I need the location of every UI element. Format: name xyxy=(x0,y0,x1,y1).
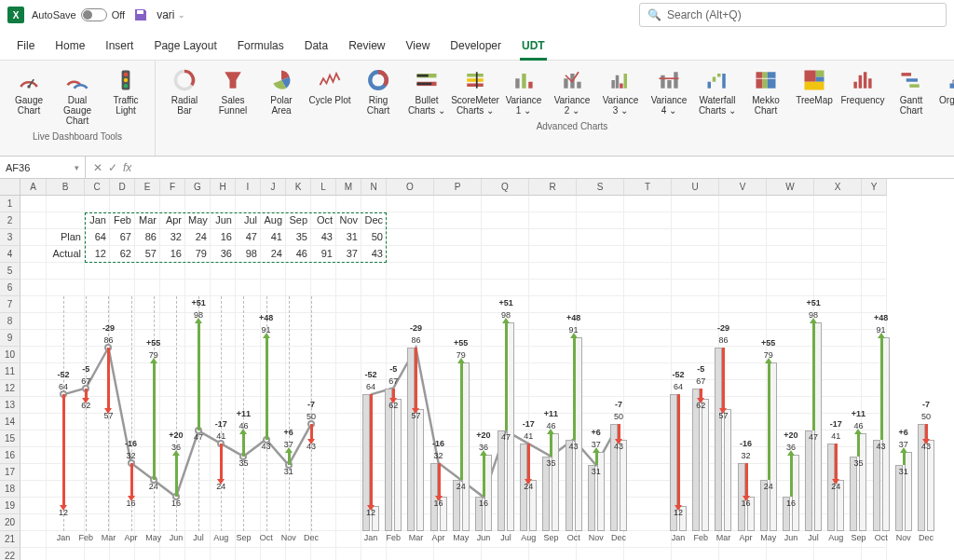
cell[interactable] xyxy=(387,229,434,246)
cell[interactable] xyxy=(767,246,814,263)
cell[interactable] xyxy=(185,263,211,280)
cell[interactable] xyxy=(577,212,624,229)
cell[interactable] xyxy=(529,212,577,229)
cell[interactable] xyxy=(311,196,336,212)
cell[interactable] xyxy=(434,229,482,246)
col-header-T[interactable]: T xyxy=(624,179,672,196)
variance-chart[interactable]: 6412-526762-58657-293216-167924+553616+2… xyxy=(345,293,634,553)
cell[interactable] xyxy=(529,229,577,246)
cell[interactable] xyxy=(261,263,286,280)
ribbon-variance-3[interactable]: Variance 3 ⌄ xyxy=(597,64,644,118)
cell[interactable] xyxy=(135,196,160,212)
cell[interactable]: Jul xyxy=(236,212,261,229)
cell[interactable]: Plan xyxy=(47,229,85,246)
cancel-icon[interactable]: ✕ xyxy=(93,161,102,174)
ribbon-ring-chart[interactable]: Ring Chart xyxy=(355,64,402,118)
cell[interactable] xyxy=(387,263,434,280)
row-header-4[interactable]: 4 xyxy=(0,246,20,263)
row-header-1[interactable]: 1 xyxy=(0,196,20,212)
cell[interactable] xyxy=(110,196,135,212)
cell[interactable] xyxy=(336,263,361,280)
cell[interactable] xyxy=(719,229,767,246)
cell[interactable] xyxy=(482,263,529,280)
row-header-9[interactable]: 9 xyxy=(0,330,20,347)
cell[interactable] xyxy=(286,263,311,280)
cell[interactable]: 31 xyxy=(336,229,361,246)
cell[interactable]: 50 xyxy=(361,229,387,246)
cell[interactable] xyxy=(624,263,672,280)
cell[interactable] xyxy=(387,246,434,263)
cell[interactable] xyxy=(814,229,862,246)
cell[interactable] xyxy=(577,196,624,212)
col-header-C[interactable]: C xyxy=(85,179,110,196)
cell[interactable]: 16 xyxy=(211,229,236,246)
menu-view[interactable]: View xyxy=(404,35,432,60)
menu-formulas[interactable]: Formulas xyxy=(236,35,286,60)
col-header-L[interactable]: L xyxy=(311,179,336,196)
cell[interactable] xyxy=(361,196,387,212)
row-header-5[interactable]: 5 xyxy=(0,263,20,280)
cell[interactable]: Sep xyxy=(286,212,311,229)
col-header-D[interactable]: D xyxy=(110,179,135,196)
ribbon-polar-area[interactable]: Polar Area xyxy=(258,64,305,118)
cell[interactable] xyxy=(529,196,577,212)
cell[interactable] xyxy=(20,229,47,246)
confirm-icon[interactable]: ✓ xyxy=(108,161,117,174)
ribbon-radial-bar[interactable]: Radial Bar xyxy=(161,64,208,118)
cell[interactable] xyxy=(862,212,887,229)
cell[interactable] xyxy=(767,263,814,280)
col-header-N[interactable]: N xyxy=(361,179,387,196)
cell[interactable]: Apr xyxy=(160,212,185,229)
col-header-P[interactable]: P xyxy=(434,179,482,196)
cell[interactable] xyxy=(85,196,110,212)
row-header-19[interactable]: 19 xyxy=(0,498,20,514)
cell[interactable] xyxy=(719,263,767,280)
col-header-X[interactable]: X xyxy=(814,179,862,196)
cell[interactable]: 16 xyxy=(160,246,185,263)
col-header-J[interactable]: J xyxy=(261,179,286,196)
col-header-F[interactable]: F xyxy=(160,179,185,196)
cell[interactable]: May xyxy=(185,212,211,229)
menu-developer[interactable]: Developer xyxy=(448,35,503,60)
col-header-W[interactable]: W xyxy=(767,179,814,196)
cell[interactable] xyxy=(47,212,85,229)
cell[interactable] xyxy=(767,229,814,246)
cell[interactable] xyxy=(862,229,887,246)
col-header-Y[interactable]: Y xyxy=(862,179,887,196)
variance-chart[interactable]: 6412-526762-58657-293216-167924+553616+2… xyxy=(37,293,326,553)
menu-page-layout[interactable]: Page Layout xyxy=(152,35,218,60)
row-header-14[interactable]: 14 xyxy=(0,414,20,430)
ribbon-variance-2[interactable]: Variance 2 ⌄ xyxy=(549,64,595,118)
col-header-I[interactable]: I xyxy=(236,179,261,196)
row-header-15[interactable]: 15 xyxy=(0,430,20,447)
ribbon-treemap[interactable]: TreeMap xyxy=(791,64,838,118)
cell[interactable] xyxy=(577,229,624,246)
row-header-17[interactable]: 17 xyxy=(0,464,20,481)
cell[interactable]: 91 xyxy=(311,246,336,263)
cell[interactable] xyxy=(862,246,887,263)
row-header-20[interactable]: 20 xyxy=(0,514,20,531)
cell[interactable] xyxy=(767,196,814,212)
row-header-18[interactable]: 18 xyxy=(0,481,20,498)
cell[interactable]: 35 xyxy=(286,229,311,246)
cell[interactable] xyxy=(160,263,185,280)
row-header-6[interactable]: 6 xyxy=(0,280,20,296)
cell[interactable]: Mar xyxy=(135,212,160,229)
cell[interactable] xyxy=(529,263,577,280)
row-header-21[interactable]: 21 xyxy=(0,531,20,548)
cell[interactable] xyxy=(482,229,529,246)
cell[interactable] xyxy=(361,263,387,280)
cell[interactable]: 57 xyxy=(135,246,160,263)
cell[interactable] xyxy=(211,196,236,212)
cell[interactable] xyxy=(434,263,482,280)
cell[interactable] xyxy=(672,263,719,280)
ribbon-gantt-chart[interactable]: Gantt Chart xyxy=(888,64,934,118)
cell[interactable]: Feb xyxy=(110,212,135,229)
cell[interactable] xyxy=(20,196,47,212)
document-name[interactable]: vari⌄ xyxy=(157,8,184,21)
variance-chart[interactable]: 6412-526762-58657-293216-167924+553616+2… xyxy=(652,293,941,553)
cell[interactable] xyxy=(814,212,862,229)
cell[interactable] xyxy=(482,196,529,212)
cell[interactable] xyxy=(862,263,887,280)
row-header-2[interactable]: 2 xyxy=(0,212,20,229)
